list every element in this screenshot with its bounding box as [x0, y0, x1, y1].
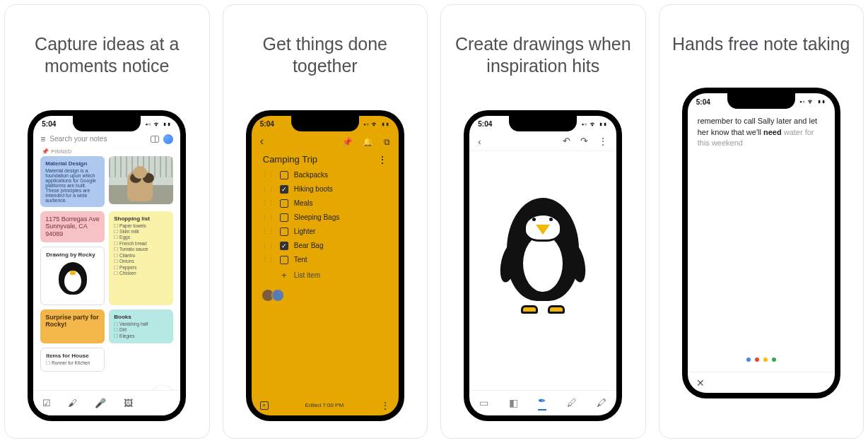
checklist-item[interactable]: ⋮⋮✓Hiking boots: [257, 182, 393, 196]
note-card-house[interactable]: Items for House Runner for Kitchen: [40, 348, 105, 371]
search-bar[interactable]: ≡ Search your notes: [33, 133, 180, 148]
note-card-shopping[interactable]: Shopping list Paper towelsSkim milk Eggs…: [109, 211, 173, 305]
edited-label: Edited 7:00 PM: [305, 402, 344, 408]
note-card-drawing[interactable]: Drawing by Rocky: [40, 247, 105, 305]
pinned-section-label: 📌 PINNED: [33, 148, 180, 156]
image-icon[interactable]: 🖼: [124, 398, 133, 408]
phone-frame: 5:04 ▪▫ ᯤ ▮▮ ‹ ↶ ↷ ⋮ ▭: [464, 110, 622, 421]
reminder-icon[interactable]: 🔔: [363, 137, 373, 147]
caption: Hands free note taking: [665, 33, 857, 55]
promo-panel-3: Create drawings when inspiration hits 5:…: [440, 4, 646, 439]
checklist: ⋮⋮Backpacks ⋮⋮✓Hiking boots ⋮⋮Meals ⋮⋮Sl…: [252, 168, 399, 283]
select-tool-icon[interactable]: ▭: [479, 397, 488, 408]
screen: 5:04 ▪▫ ᯤ ▮▮ ≡ Search your notes 📌 PINNE…: [33, 116, 180, 415]
phone-notch: [291, 116, 359, 131]
checklist-item[interactable]: ⋮⋮Tent: [257, 253, 393, 267]
phone-notch: [73, 116, 141, 131]
phone-frame: 5:04 ▪▫ ᯤ ▮▮ ‹ 📌 🔔 ⧉ Camping Trip ⋮ ⋮⋮Ba…: [246, 110, 404, 421]
status-icons: ▪▫ ᯤ ▮▮: [582, 121, 608, 128]
drag-icon[interactable]: ⋮⋮: [262, 214, 274, 221]
checkbox-icon[interactable]: ☑: [42, 398, 51, 408]
note-title[interactable]: Camping Trip: [263, 154, 317, 165]
status-icons: ▪▫ ᯤ ▮▮: [146, 121, 172, 128]
more-icon[interactable]: ⋮: [377, 154, 387, 165]
drag-icon[interactable]: ⋮⋮: [262, 172, 274, 179]
collaborators[interactable]: [252, 283, 399, 307]
more-icon[interactable]: ⋮: [598, 136, 608, 147]
checklist-item[interactable]: ⋮⋮Backpacks: [257, 168, 393, 182]
checklist-item[interactable]: ⋮⋮✓Bear Bag: [257, 239, 393, 253]
phone-frame: 5:04 ▪▫ ᯤ ▮▮ ≡ Search your notes 📌 PINNE…: [28, 110, 186, 421]
note-card-address[interactable]: 1175 Borregas Ave Sunnyvale, CA 94089: [40, 211, 105, 242]
drag-icon[interactable]: ⋮⋮: [262, 228, 274, 235]
phone-notch: [509, 116, 577, 131]
hamburger-icon[interactable]: ≡: [40, 134, 45, 144]
add-box-icon[interactable]: [260, 401, 269, 410]
status-time: 5:04: [42, 120, 56, 128]
checklist-item[interactable]: ⋮⋮Lighter: [257, 225, 393, 239]
highlighter-tool-icon[interactable]: 🖍: [597, 397, 606, 408]
penguin-drawing: [497, 194, 589, 314]
search-placeholder: Search your notes: [49, 135, 146, 143]
checklist: Paper towelsSkim milk EggsFrench bread T…: [114, 223, 168, 277]
phone-frame: 5:04 ▪▫ ᯤ ▮▮ remember to call Sally late…: [682, 88, 840, 398]
note-toolbar: ‹ 📌 🔔 ⧉: [252, 133, 399, 150]
note-footer: Edited 7:00 PM ⋮: [252, 396, 399, 415]
note-card-surprise[interactable]: Surprise party for Rocky!: [40, 309, 105, 343]
checkbox[interactable]: [280, 199, 288, 208]
back-icon[interactable]: ‹: [260, 135, 264, 148]
tool-bar: ▭ ◧ ✒ 🖊 🖍: [469, 390, 616, 415]
listening-indicator: [746, 358, 776, 362]
status-time: 5:04: [696, 98, 710, 106]
marker-tool-icon[interactable]: 🖊: [567, 397, 577, 408]
checkbox[interactable]: [280, 228, 288, 236]
promo-panel-2: Get things done together 5:04 ▪▫ ᯤ ▮▮ ‹ …: [223, 4, 428, 439]
checkbox[interactable]: ✓: [280, 185, 288, 194]
checkbox[interactable]: [280, 213, 288, 222]
checklist-item[interactable]: ⋮⋮Sleeping Bags: [257, 211, 393, 225]
caption: Create drawings when inspiration hits: [441, 33, 645, 78]
drag-icon[interactable]: ⋮⋮: [262, 242, 274, 249]
checkbox[interactable]: ✓: [280, 242, 288, 250]
pin-icon: 📌: [42, 148, 49, 155]
promo-panel-4: Hands free note taking 5:04 ▪▫ ᯤ ▮▮ reme…: [659, 4, 864, 439]
account-avatar[interactable]: [163, 134, 173, 144]
back-icon[interactable]: ‹: [478, 136, 481, 147]
note-card-books[interactable]: Books Vanishing halfDirtElegies: [109, 309, 173, 343]
avatar[interactable]: [271, 289, 284, 302]
checkbox[interactable]: [280, 171, 288, 179]
screen: 5:04 ▪▫ ᯤ ▮▮ remember to call Sally late…: [688, 93, 835, 393]
status-time: 5:04: [260, 120, 274, 128]
pen-tool-icon[interactable]: ✒: [538, 395, 546, 410]
checklist-item[interactable]: ⋮⋮Meals: [257, 196, 393, 211]
layout-toggle-icon[interactable]: [151, 136, 159, 143]
dictation-text: remember to call Sally later and let her…: [688, 110, 835, 154]
caption: Get things done together: [223, 33, 428, 78]
mic-icon[interactable]: 🎤: [95, 398, 106, 408]
add-list-item[interactable]: ⋮⋮+List item: [257, 267, 393, 283]
archive-icon[interactable]: ⧉: [384, 137, 390, 147]
drag-icon[interactable]: ⋮⋮: [262, 256, 274, 264]
notes-grid: Material Design Material design is a fou…: [33, 156, 180, 372]
screen: 5:04 ▪▫ ᯤ ▮▮ ‹ ↶ ↷ ⋮ ▭: [469, 116, 616, 415]
draw-toolbar: ‹ ↶ ↷ ⋮: [469, 133, 616, 151]
drag-icon[interactable]: ⋮⋮: [262, 186, 274, 193]
drawing-canvas[interactable]: [469, 151, 616, 374]
screen: 5:04 ▪▫ ᯤ ▮▮ ‹ 📌 🔔 ⧉ Camping Trip ⋮ ⋮⋮Ba…: [252, 116, 399, 415]
note-card-material[interactable]: Material Design Material design is a fou…: [40, 156, 105, 207]
dictation-footer: ✕: [688, 372, 835, 393]
undo-icon[interactable]: ↶: [563, 136, 570, 147]
pin-icon[interactable]: 📌: [342, 137, 353, 147]
checkbox[interactable]: [280, 256, 288, 264]
bottom-bar: ☑ 🖌 🎤 🖼: [33, 390, 180, 415]
status-icons: ▪▫ ᯤ ▮▮: [799, 98, 826, 105]
drag-icon[interactable]: ⋮⋮: [262, 200, 274, 207]
redo-icon[interactable]: ↷: [580, 136, 588, 147]
more-icon[interactable]: ⋮: [380, 400, 390, 411]
eraser-tool-icon[interactable]: ◧: [509, 397, 518, 408]
caption: Capture ideas at a moments notice: [5, 33, 209, 78]
close-icon[interactable]: ✕: [696, 377, 705, 389]
note-card-image[interactable]: [109, 156, 173, 204]
brush-icon[interactable]: 🖌: [68, 398, 77, 408]
note-title-row: Camping Trip ⋮: [252, 150, 399, 168]
